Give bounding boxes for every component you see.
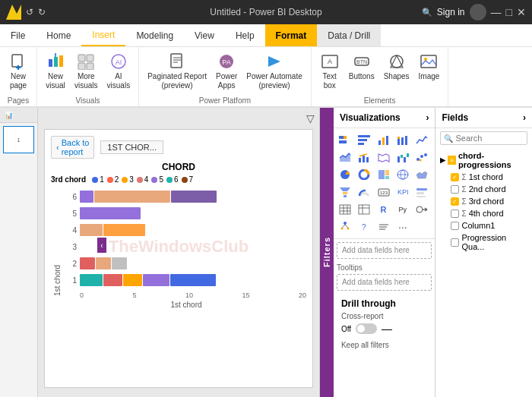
buttons-btn[interactable]: BTN Buttons xyxy=(345,50,378,83)
viz-icon-kpi[interactable]: KPI xyxy=(394,184,411,200)
pp-group-content: Paginated Report(preview) PA PowerApps xyxy=(144,50,306,95)
viz-icon-slicer[interactable] xyxy=(413,184,430,200)
more-visuals-btn[interactable]: Morevisuals xyxy=(71,50,102,93)
field-item-4th-chord[interactable]: Σ 4th chord xyxy=(439,207,529,219)
tab-data-drill[interactable]: Data / Drill xyxy=(317,24,381,46)
maximize-btn[interactable]: □ xyxy=(506,6,512,18)
keep-all-filters-link[interactable]: Keep all filters xyxy=(337,338,432,352)
collapse-viz-btn[interactable]: ‹ xyxy=(97,238,106,253)
viz-icon-treemap[interactable] xyxy=(375,166,392,183)
new-page-icon xyxy=(9,52,27,71)
viz-icon-matrix[interactable] xyxy=(356,201,372,218)
ai-visuals-btn[interactable]: AI AIvisuals xyxy=(103,50,135,93)
sign-in-link[interactable]: Sign in xyxy=(437,7,465,17)
bar-container-4 xyxy=(80,224,306,236)
cross-report-label: Cross-report xyxy=(341,312,428,320)
tooltips-drop-zone[interactable]: Add data fields here xyxy=(337,274,432,291)
viz-icon-key-influence[interactable] xyxy=(413,201,430,218)
bar-seg-6-1 xyxy=(80,191,93,203)
paginated-report-icon xyxy=(168,52,186,71)
viz-icon-smart-narrative[interactable] xyxy=(375,219,392,235)
field-item-2nd-chord[interactable]: Σ 2nd chord xyxy=(439,183,529,195)
viz-icon-filled-map[interactable] xyxy=(413,166,430,183)
power-apps-btn[interactable]: PA PowerApps xyxy=(212,50,241,93)
field-group-header[interactable]: ▶ ≡ chord-progressions xyxy=(439,150,529,171)
viz-icon-ribbon[interactable] xyxy=(375,149,392,165)
viz-icon-python[interactable]: Py xyxy=(394,201,411,218)
bar-container-3: TheWindowsClub xyxy=(80,241,306,253)
new-visual-btn[interactable]: Newvisual xyxy=(42,50,69,93)
back-to-report-btn[interactable]: ‹ Back toreport xyxy=(51,136,94,159)
sigma-icon-4: Σ xyxy=(461,210,466,218)
paginated-report-btn[interactable]: Paginated Report(preview) xyxy=(144,50,211,93)
svg-rect-69 xyxy=(416,196,426,197)
viz-icon-area[interactable] xyxy=(337,149,353,165)
field-item-1st-chord[interactable]: ✓ Σ 1st chord xyxy=(439,171,529,183)
viz-icon-map[interactable] xyxy=(394,166,411,183)
tab-view[interactable]: View xyxy=(184,24,225,46)
cross-report-toggle-track[interactable] xyxy=(356,323,377,334)
power-automate-icon xyxy=(265,52,283,71)
fields-panel-expand-icon[interactable]: › xyxy=(523,112,526,123)
text-box-btn[interactable]: A Textbox xyxy=(316,50,344,93)
tooltips-label: Tooltips xyxy=(337,263,432,272)
power-automate-btn[interactable]: Power Automate(preview) xyxy=(242,50,306,93)
fields-search-input[interactable] xyxy=(455,134,524,143)
bar-row-4: 4 xyxy=(66,222,306,238)
legend-num-4: 4 xyxy=(144,175,149,184)
legend-num-2: 2 xyxy=(115,175,119,184)
fields-tree: ▶ ≡ chord-progressions ✓ Σ 1st chord Σ 2… xyxy=(435,148,532,397)
viz-icon-waterfall[interactable] xyxy=(394,149,411,165)
filter-icon[interactable]: ▽ xyxy=(306,112,315,124)
viz-icon-column[interactable] xyxy=(375,131,392,148)
viz-icon-qa[interactable]: ? xyxy=(356,219,372,235)
svg-rect-8 xyxy=(87,55,93,61)
viz-icon-line-column[interactable] xyxy=(356,149,372,165)
viz-icon-donut[interactable] xyxy=(356,166,372,183)
viz-icon-card[interactable]: 123 xyxy=(375,184,392,200)
tab-modeling[interactable]: Modeling xyxy=(125,24,184,46)
viz-icon-table[interactable] xyxy=(337,201,353,218)
filters-panel[interactable]: Filters xyxy=(320,108,334,397)
field-item-column1[interactable]: Column1 xyxy=(439,219,529,232)
viz-icon-funnel[interactable] xyxy=(337,184,353,200)
page-thumb-1[interactable]: 1 xyxy=(3,126,34,153)
legend-num-1: 1 xyxy=(100,175,104,184)
shapes-btn[interactable]: Shapes xyxy=(380,50,413,83)
tab-file[interactable]: File xyxy=(0,24,36,46)
ribbon-group-pages: Newpage Pages xyxy=(0,47,37,106)
new-visual-icon xyxy=(46,52,65,71)
minimize-btn[interactable]: — xyxy=(491,6,502,18)
viz-icon-stacked-bar[interactable] xyxy=(337,131,353,148)
add-data-fields-btn[interactable]: Add data fields here xyxy=(337,242,432,259)
viz-icon-line[interactable] xyxy=(413,131,430,148)
image-btn[interactable]: Image xyxy=(415,50,444,83)
viz-icon-more-dots[interactable]: ··· xyxy=(394,219,411,235)
viz-icon-stacked-column[interactable] xyxy=(394,131,411,148)
viz-icon-r[interactable]: R xyxy=(375,201,392,218)
undo-btn[interactable]: ↺ xyxy=(26,7,33,17)
tab-help[interactable]: Help xyxy=(225,24,265,46)
chart-title: CHORD xyxy=(51,162,306,172)
viz-icon-pie[interactable] xyxy=(337,166,353,183)
redo-btn[interactable]: ↻ xyxy=(38,7,46,17)
elements-group-label: Elements xyxy=(364,96,396,105)
tab-insert[interactable]: Insert xyxy=(81,24,125,46)
svg-line-84 xyxy=(345,225,348,228)
new-page-btn[interactable]: Newpage xyxy=(5,50,32,93)
viz-icon-bar[interactable] xyxy=(356,131,372,148)
tab-home[interactable]: Home xyxy=(36,24,81,46)
field-item-progression-qua[interactable]: Progression Qua... xyxy=(439,232,529,253)
svg-rect-45 xyxy=(397,156,400,162)
viz-icon-gauge[interactable] xyxy=(356,184,372,200)
field-item-3rd-chord[interactable]: ✓ Σ 3rd chord xyxy=(439,195,529,207)
viz-panel-expand-icon[interactable]: › xyxy=(426,112,429,123)
tab-format[interactable]: Format xyxy=(265,24,318,46)
more-visuals-label: Morevisuals xyxy=(74,72,98,90)
legend-dot-5 xyxy=(151,177,157,183)
svg-point-52 xyxy=(420,159,422,162)
close-btn[interactable]: ✕ xyxy=(517,6,526,18)
viz-icon-decomp[interactable] xyxy=(337,219,353,235)
viz-icon-scatter[interactable] xyxy=(413,149,430,165)
shapes-icon xyxy=(388,52,406,71)
